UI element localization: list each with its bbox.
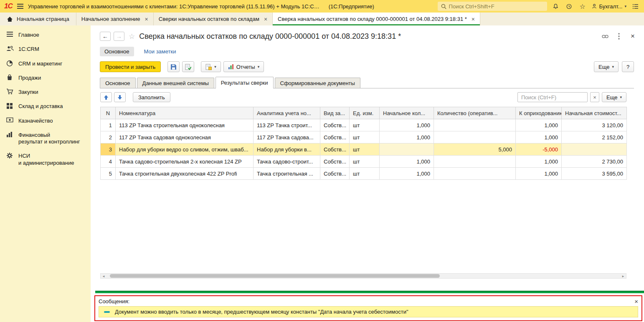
- cell-analytics[interactable]: 113 ZP Тачка строит...: [254, 119, 320, 131]
- cell-nomenclature[interactable]: Тачка садово-строительная 2-х колесная 1…: [116, 156, 254, 168]
- cell-to-receipt[interactable]: 1,000: [516, 119, 562, 131]
- cell-initial-cost[interactable]: [562, 143, 627, 156]
- cell-nomenclature[interactable]: 113 ZP Тачка строительная одноколесная: [116, 119, 254, 131]
- tab-current-reconciliation[interactable]: Сверка начальных остатков по складу 0000…: [273, 13, 480, 25]
- tab-generated-documents[interactable]: Сформированные документы: [275, 78, 360, 88]
- nav-link-notes[interactable]: Мои заметки: [144, 48, 176, 55]
- cell-analytics[interactable]: Тачка садово-строит...: [254, 156, 320, 168]
- favorite-star-icon[interactable]: ☆: [129, 32, 135, 41]
- close-icon[interactable]: ×: [472, 16, 475, 23]
- favorites-star-icon[interactable]: ☆: [578, 2, 587, 11]
- reports-button[interactable]: Отчеты ▾: [223, 61, 264, 72]
- cell-stock-kind[interactable]: Собств...: [320, 119, 350, 131]
- scroll-left-icon[interactable]: ◂: [101, 274, 106, 278]
- col-initial-cost[interactable]: Начальная стоимост...: [562, 107, 627, 119]
- cell-n[interactable]: 3: [101, 143, 116, 156]
- close-messages-icon[interactable]: ×: [634, 298, 638, 305]
- col-analytics[interactable]: Аналитика учета но...: [254, 107, 320, 119]
- scrollbar-thumb[interactable]: [110, 274, 440, 278]
- cell-to-receipt[interactable]: 1,000: [516, 168, 562, 180]
- table-row-selected[interactable]: 3 Набор для уборки ведро со сливом, отжи…: [101, 143, 627, 156]
- message-item[interactable]: Документ можно вводить только в месяце, …: [99, 306, 638, 317]
- cell-n[interactable]: 4: [101, 156, 116, 168]
- cell-operative-qty[interactable]: [434, 119, 516, 131]
- cell-analytics[interactable]: Тачка строительная ...: [254, 168, 320, 180]
- sidebar-item-1c-crm[interactable]: 1С:CRM: [0, 42, 91, 56]
- col-operative-qty[interactable]: Количество (оператив...: [434, 107, 516, 119]
- nav-link-main[interactable]: Основное: [100, 47, 134, 56]
- close-icon[interactable]: ×: [264, 16, 267, 23]
- tab-main[interactable]: Основное: [100, 78, 136, 88]
- cell-initial-cost[interactable]: 2 152,00: [562, 131, 627, 143]
- sidebar-item-warehouse[interactable]: Склад и доставка: [0, 99, 91, 113]
- sidebar-item-sales[interactable]: Продажи: [0, 71, 91, 85]
- cell-initial-qty[interactable]: 1,000: [380, 168, 434, 180]
- move-down-button[interactable]: [114, 92, 126, 102]
- cell-stock-kind[interactable]: Собств...: [320, 131, 350, 143]
- sidebar-item-financial-result[interactable]: Финансовый результат и контроллинг: [0, 128, 91, 149]
- tab-external-data[interactable]: Данные внешней системы: [137, 78, 214, 88]
- cell-nomenclature[interactable]: Набор для уборки ведро со сливом, отжим,…: [116, 143, 254, 156]
- cell-unit[interactable]: шт: [350, 119, 380, 131]
- cell-unit[interactable]: шт: [350, 168, 380, 180]
- table-row[interactable]: 4 Тачка садово-строительная 2-х колесная…: [101, 156, 627, 168]
- close-icon[interactable]: ×: [145, 16, 148, 23]
- move-up-button[interactable]: [100, 92, 112, 102]
- notifications-bell-icon[interactable]: [551, 2, 560, 11]
- link-icon[interactable]: [600, 32, 611, 41]
- sidebar-item-purchases[interactable]: Закупки: [0, 85, 91, 99]
- cell-initial-qty[interactable]: 1,000: [380, 131, 434, 143]
- sidebar-item-main[interactable]: Главное: [0, 28, 91, 42]
- tab-initial-filling[interactable]: Начальное заполнение ×: [76, 13, 154, 25]
- table-row[interactable]: 2 117 ZP Тачка садовая одноколесная 117 …: [101, 131, 627, 143]
- cell-n[interactable]: 2: [101, 131, 116, 143]
- cell-nomenclature[interactable]: 117 ZP Тачка садовая одноколесная: [116, 131, 254, 143]
- scroll-right-icon[interactable]: ▸: [620, 274, 626, 278]
- save-button[interactable]: [167, 61, 180, 72]
- sidebar-item-admin[interactable]: НСИ и администрирование: [0, 149, 91, 170]
- cell-to-receipt[interactable]: -5,000: [516, 143, 562, 156]
- post-document-button[interactable]: [182, 61, 194, 72]
- sidebar-item-crm-marketing[interactable]: CRM и маркетинг: [0, 57, 91, 71]
- col-nomenclature[interactable]: Номенклатура: [116, 107, 254, 119]
- table-row[interactable]: 1 113 ZP Тачка строительная одноколесная…: [101, 119, 627, 131]
- user-menu[interactable]: Бухгалт... ▾: [591, 3, 626, 10]
- col-stock-kind[interactable]: Вид за...: [320, 107, 350, 119]
- back-button[interactable]: ←: [100, 32, 111, 41]
- horizontal-scrollbar[interactable]: ◂ ▸: [100, 273, 626, 279]
- sidebar-item-treasury[interactable]: Казначейство: [0, 114, 91, 128]
- tab-reconciliation-results[interactable]: Результаты сверки: [216, 77, 274, 88]
- cell-stock-kind[interactable]: Собств...: [320, 156, 350, 168]
- cell-unit[interactable]: шт: [350, 156, 380, 168]
- cell-operative-qty[interactable]: [434, 156, 516, 168]
- grid-more-button[interactable]: Еще ▾: [602, 92, 626, 102]
- main-menu-icon[interactable]: [17, 3, 24, 9]
- cell-stock-kind[interactable]: Собств...: [320, 143, 350, 156]
- cell-analytics[interactable]: 117 ZP Тачка садова...: [254, 131, 320, 143]
- cell-n[interactable]: 1: [101, 119, 116, 131]
- cell-initial-cost[interactable]: 2 730,00: [562, 156, 627, 168]
- global-search-field[interactable]: [438, 2, 547, 11]
- cell-to-receipt[interactable]: 1,000: [516, 156, 562, 168]
- scrollbar-track[interactable]: [106, 274, 620, 278]
- cell-initial-qty[interactable]: 1,000: [380, 156, 434, 168]
- cell-stock-kind[interactable]: Собств...: [320, 168, 350, 180]
- cell-initial-qty[interactable]: [380, 143, 434, 156]
- col-initial-qty[interactable]: Начальное кол...: [380, 107, 434, 119]
- col-unit[interactable]: Ед. изм.: [350, 107, 380, 119]
- post-and-close-button[interactable]: Провести и закрыть: [100, 61, 161, 72]
- more-button[interactable]: Еще ▾: [594, 61, 619, 72]
- cell-unit[interactable]: шт: [350, 131, 380, 143]
- cell-unit[interactable]: шт: [350, 143, 380, 156]
- close-form-icon[interactable]: ×: [627, 32, 638, 41]
- cell-n[interactable]: 5: [101, 168, 116, 180]
- clear-search-button[interactable]: ×: [590, 92, 599, 102]
- history-icon[interactable]: [565, 2, 574, 11]
- function-menu-icon[interactable]: [631, 2, 640, 11]
- cell-operative-qty[interactable]: [434, 168, 516, 180]
- home-tab[interactable]: Начальная страница: [0, 13, 76, 25]
- cell-operative-qty[interactable]: 5,000: [434, 143, 516, 156]
- cell-initial-cost[interactable]: 3 120,00: [562, 119, 627, 131]
- global-search-input[interactable]: [449, 3, 537, 10]
- col-to-receipt[interactable]: К оприходованию...: [516, 107, 562, 119]
